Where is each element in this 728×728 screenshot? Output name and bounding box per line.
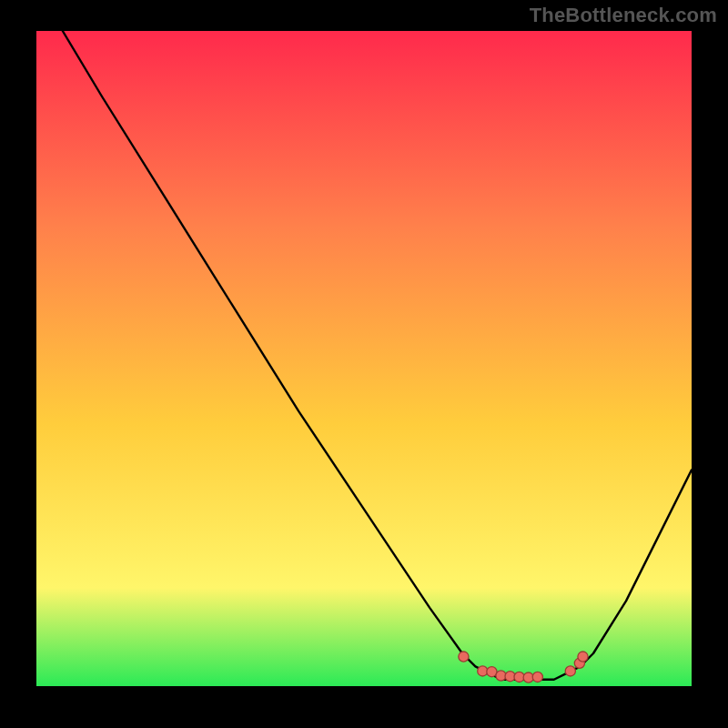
- marker-dot-10: [578, 652, 588, 662]
- marker-dot-8: [565, 666, 575, 676]
- marker-dot-0: [459, 652, 469, 662]
- plot-area: [36, 31, 692, 686]
- gradient-background: [36, 31, 692, 686]
- marker-dot-7: [532, 672, 542, 682]
- chart-stage: TheBottleneck.com: [0, 0, 728, 728]
- watermark-text: TheBottleneck.com: [530, 4, 717, 27]
- chart-svg: [36, 31, 692, 686]
